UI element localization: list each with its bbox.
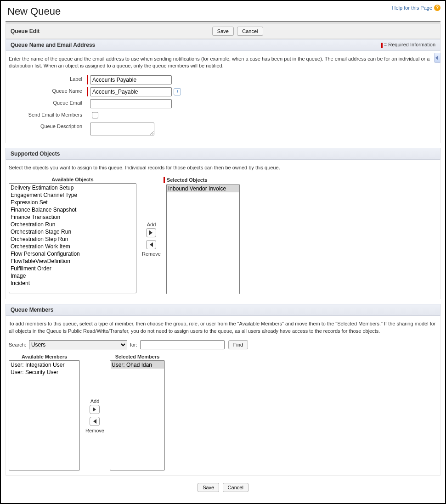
for-label: for:	[130, 342, 137, 347]
add-members-label: Add	[90, 398, 100, 404]
collapse-tab-icon[interactable]	[434, 53, 440, 63]
selected-objects-title: Selected Objects	[167, 177, 208, 183]
list-item[interactable]: Orchestration Step Run	[10, 235, 135, 243]
list-item[interactable]: Delivery Estimation Setup	[10, 184, 135, 191]
svg-marker-0	[435, 56, 438, 60]
available-members-title: Available Members	[22, 354, 67, 359]
arrow-left-icon	[93, 419, 96, 424]
list-item[interactable]: Flow Personal Configuration	[10, 250, 135, 258]
supported-objects-description: Select the objects you want to assign to…	[9, 164, 437, 171]
queue-email-field[interactable]	[90, 99, 172, 108]
list-item[interactable]: Fulfillment Order	[10, 265, 135, 272]
list-item[interactable]: Incident	[10, 280, 135, 287]
cancel-button-footer[interactable]: Cancel	[223, 483, 248, 492]
label-field[interactable]	[90, 75, 172, 84]
list-item[interactable]: Engagement Channel Type	[10, 191, 135, 199]
list-item[interactable]: Finance Balance Snapshot	[10, 206, 135, 213]
available-objects-list[interactable]: Delivery Estimation SetupEngagement Chan…	[9, 183, 136, 293]
arrow-left-icon	[149, 242, 153, 247]
list-item[interactable]: Image	[10, 272, 135, 280]
queue-name-label: Queue Name	[9, 87, 87, 94]
find-button[interactable]: Find	[228, 340, 248, 349]
svg-marker-2	[150, 242, 153, 247]
help-link[interactable]: Help for this Page ?	[392, 5, 440, 11]
arrow-right-icon	[149, 230, 153, 235]
list-item[interactable]: Inbound Vendor Invoice	[167, 185, 239, 192]
arrow-right-icon	[93, 407, 96, 412]
list-item[interactable]: Orchestration Run	[10, 221, 135, 228]
divider	[6, 21, 440, 22]
remove-members-label: Remove	[85, 428, 104, 433]
available-members-list[interactable]: User: Integration UserUser: Security Use…	[9, 360, 80, 470]
list-item[interactable]: User: Integration User	[10, 361, 79, 369]
queue-name-field[interactable]	[90, 87, 172, 96]
list-item[interactable]: User: Security User	[10, 369, 79, 376]
list-item[interactable]: Orchestration Work Item	[10, 243, 135, 250]
search-type-select[interactable]: Users	[29, 340, 127, 349]
search-input[interactable]	[140, 340, 225, 349]
section-queue-members-title: Queue Members	[11, 307, 53, 313]
remove-members-button[interactable]	[90, 417, 100, 426]
remove-objects-button[interactable]	[146, 240, 156, 249]
selected-objects-list[interactable]: Inbound Vendor Invoice	[166, 184, 240, 294]
section-queue-edit-title: Queue Edit	[11, 28, 40, 34]
queue-members-description: To add members to this queue, select a t…	[9, 320, 437, 335]
search-label: Search:	[9, 342, 26, 347]
page-title: New Queue	[7, 6, 61, 17]
selected-members-list[interactable]: User: Ohad Idan	[110, 360, 165, 470]
help-icon: ?	[434, 5, 440, 11]
selected-members-title: Selected Members	[115, 354, 160, 359]
available-objects-title: Available Objects	[51, 177, 93, 182]
info-icon[interactable]: i	[174, 88, 181, 95]
list-item[interactable]: Orchestration Stage Run	[10, 228, 135, 235]
list-item[interactable]: Finance Transaction	[10, 213, 135, 221]
section-supported-objects-title: Supported Objects	[11, 151, 60, 157]
name-email-description: Enter the name of the queue and the emai…	[9, 56, 437, 70]
svg-marker-4	[93, 419, 96, 424]
save-button-footer[interactable]: Save	[198, 483, 219, 492]
remove-label: Remove	[142, 251, 161, 257]
save-button[interactable]: Save	[212, 27, 234, 36]
list-item[interactable]: FlowTableViewDefinition	[10, 258, 135, 265]
svg-marker-3	[93, 407, 96, 412]
required-info-legend: = Required Information	[381, 42, 435, 48]
send-email-label: Send Email to Members	[9, 111, 87, 118]
add-members-button[interactable]	[90, 405, 100, 414]
section-name-email-title: Queue Name and Email Address	[11, 42, 95, 48]
send-email-checkbox[interactable]	[92, 112, 98, 118]
list-item[interactable]: User: Ohad Idan	[111, 361, 164, 369]
queue-description-field[interactable]	[90, 123, 154, 135]
label-label: Label	[9, 75, 87, 82]
queue-email-label: Queue Email	[9, 99, 87, 106]
queue-description-label: Queue Description	[9, 123, 87, 129]
add-objects-button[interactable]	[146, 228, 156, 237]
cancel-button[interactable]: Cancel	[237, 27, 263, 36]
add-label: Add	[147, 222, 156, 227]
list-item[interactable]: Expression Set	[10, 199, 135, 206]
help-link-text: Help for this Page	[392, 5, 432, 11]
svg-marker-1	[149, 230, 152, 235]
